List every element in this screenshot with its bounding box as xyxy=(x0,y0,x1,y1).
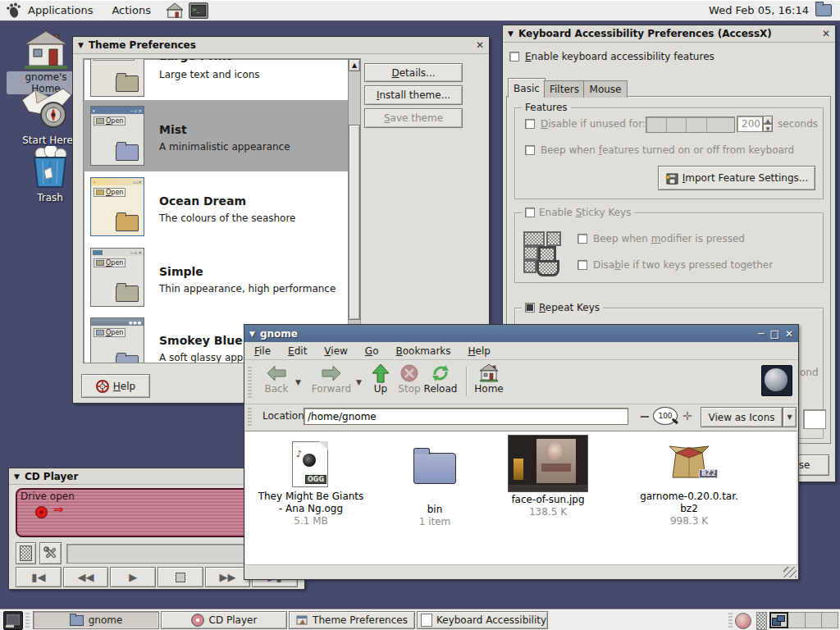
zoom-out-icon[interactable]: − xyxy=(639,409,650,424)
workspace-switcher[interactable] xyxy=(769,612,838,628)
details-button[interactable]: Details... xyxy=(364,63,463,82)
window-title: Theme Preferences xyxy=(89,39,196,51)
sticky-keys-legend: Enable Sticky Keys xyxy=(522,207,634,218)
scroll-up-button[interactable]: ▲ xyxy=(349,59,360,71)
disable-two-keys-checkbox[interactable] xyxy=(578,260,587,270)
location-label: Location: xyxy=(262,410,308,422)
theme-row-ocean-dream[interactable]: ✳▫▫✕ Open Ocean Dream The colours of the… xyxy=(84,171,348,242)
minimize-icon[interactable]: ─ xyxy=(758,328,764,340)
window-shade-icon[interactable]: ▼ xyxy=(14,472,20,481)
task-button-keyboard-accessibility[interactable]: Keyboard Accessibility xyxy=(417,611,548,629)
file-item-bin[interactable]: bin 1 item xyxy=(386,440,484,528)
theme-list-scrollbar[interactable]: ▲ ▼ xyxy=(348,58,361,362)
task-button-gnome[interactable]: gnome xyxy=(33,611,159,629)
play-button[interactable]: ▶ xyxy=(110,567,156,587)
file-view[interactable]: ♪ OGG They Might Be Giants - Ana Ng.ogg … xyxy=(245,431,797,565)
maximize-icon[interactable]: □ xyxy=(770,328,779,340)
view-mode-dropdown[interactable]: ▼ xyxy=(783,407,797,427)
install-theme-button[interactable]: Install theme... xyxy=(364,85,463,105)
theme-row-mist[interactable]: ▾─ ▫ ✕ Open Mist A minimalistic appearan… xyxy=(84,100,348,171)
reload-button[interactable]: Reload xyxy=(420,363,461,401)
resize-grip[interactable] xyxy=(783,567,797,578)
menu-applications[interactable]: Applications xyxy=(28,4,93,16)
close-icon[interactable]: ✕ xyxy=(476,39,484,51)
file-item-ogg[interactable]: ♪ OGG They Might Be Giants - Ana Ng.ogg … xyxy=(258,440,364,527)
menu-bookmarks[interactable]: Bookmarks xyxy=(395,345,450,357)
window-shade-icon[interactable]: ▼ xyxy=(249,330,255,338)
previous-track-button[interactable]: ▮◀ xyxy=(16,567,62,587)
menu-edit[interactable]: Edit xyxy=(288,345,307,357)
stop-icon xyxy=(399,363,419,383)
file-item-jpg[interactable]: face-of-sun.jpg 138.5 K xyxy=(493,431,603,518)
beep-modifier-checkbox[interactable] xyxy=(578,234,587,244)
menu-actions[interactable]: Actions xyxy=(112,4,151,16)
help-button[interactable]: Help xyxy=(81,374,150,398)
back-button[interactable]: Back xyxy=(258,363,295,401)
tab-mouse[interactable]: Mouse xyxy=(583,80,628,98)
menu-file[interactable]: File xyxy=(254,345,271,357)
terminal-launcher-icon[interactable]: >_ xyxy=(189,2,208,19)
up-button[interactable]: Up xyxy=(368,363,394,401)
zoom-level-indicator[interactable]: 100 xyxy=(653,407,678,425)
locationbar-drag-handle[interactable] xyxy=(248,408,252,426)
toolbar-drag-handle[interactable] xyxy=(248,367,252,398)
task-button-theme-preferences[interactable]: Theme Preferences xyxy=(289,611,415,629)
gnome-foot-menu-icon[interactable] xyxy=(6,2,21,19)
import-feature-settings-button[interactable]: Import Feature Settings... xyxy=(658,166,815,190)
workspace-3[interactable] xyxy=(806,612,822,628)
accessx-titlebar[interactable]: ▼ Keyboard Accessibility Preferences (Ac… xyxy=(503,25,835,43)
window-shade-icon[interactable]: ▼ xyxy=(78,41,84,49)
workspace-4[interactable] xyxy=(822,612,838,628)
menu-go[interactable]: Go xyxy=(365,345,379,357)
home-launcher-icon[interactable] xyxy=(166,2,184,19)
save-theme-button[interactable]: Save theme xyxy=(364,108,463,128)
tray-face-icon[interactable] xyxy=(735,613,751,629)
spin-down-icon[interactable]: ▼ xyxy=(763,124,773,132)
unused-duration-spinbox[interactable]: 200 xyxy=(737,116,763,132)
partial-entry[interactable] xyxy=(803,409,826,429)
menu-view[interactable]: View xyxy=(324,345,347,357)
show-desktop-icon[interactable] xyxy=(3,611,23,630)
cd-preferences-button[interactable] xyxy=(39,542,62,564)
panel-clock[interactable]: Wed Feb 05, 16:14 xyxy=(709,4,809,16)
scrollbar-thumb[interactable] xyxy=(349,125,360,320)
view-mode-button[interactable]: View as Icons xyxy=(701,407,783,427)
theme-window-titlebar[interactable]: ▼ Theme Preferences ✕ xyxy=(73,37,489,54)
enable-accessibility-checkbox[interactable]: Enable keyboard accessibility features xyxy=(509,51,714,62)
forward-button[interactable]: Forward xyxy=(308,363,354,401)
repeat-keys-checkbox[interactable] xyxy=(525,303,535,313)
file-item-package[interactable]: BZ2 garnome-0.20.0.tar. bz2 998.3 K xyxy=(640,440,738,527)
checkbox[interactable] xyxy=(509,52,519,62)
tab-basic[interactable]: Basic xyxy=(508,78,546,98)
workspace-2[interactable] xyxy=(788,612,805,628)
disable-if-unused-checkbox[interactable] xyxy=(525,119,535,129)
panel-drawer-folder-icon[interactable] xyxy=(815,4,832,16)
location-input[interactable] xyxy=(304,408,628,425)
menu-help[interactable]: Help xyxy=(468,345,491,357)
unused-duration-slider[interactable] xyxy=(646,116,735,133)
tray-drag-handle[interactable] xyxy=(728,613,733,628)
theme-row-large-print[interactable]: Open Large Print Large text and icons xyxy=(84,59,348,100)
track-list-button[interactable] xyxy=(16,542,36,564)
forward-dropdown-icon[interactable]: ▼ xyxy=(356,378,362,386)
close-icon[interactable]: ✕ xyxy=(785,328,793,340)
features-group: Features Disable if unused for: 200 ▲ ▼ … xyxy=(514,107,824,199)
enable-sticky-keys-checkbox[interactable] xyxy=(525,208,535,217)
spin-up-icon[interactable]: ▲ xyxy=(763,116,773,124)
back-dropdown-icon[interactable]: ▼ xyxy=(295,378,301,386)
task-button-cd-player[interactable]: CD Player xyxy=(161,611,287,629)
stop-button[interactable] xyxy=(158,567,203,587)
beep-features-checkbox[interactable] xyxy=(525,145,535,155)
home-button[interactable]: Home xyxy=(472,363,505,401)
rewind-button[interactable]: ◀◀ xyxy=(63,567,109,587)
file-manager-titlebar[interactable]: ▼ gnome ─ □ ✕ xyxy=(244,325,798,342)
zoom-in-icon[interactable]: ✛ xyxy=(682,409,692,422)
window-shade-icon[interactable]: ▼ xyxy=(508,30,514,38)
theme-list[interactable]: Open Large Print Large text and icons ▾─… xyxy=(83,58,349,363)
close-icon[interactable]: ✕ xyxy=(822,28,830,39)
taskbar-drag-handle[interactable] xyxy=(25,613,30,628)
stop-button[interactable]: Stop xyxy=(395,363,423,401)
workspace-1-active[interactable] xyxy=(769,612,788,628)
theme-row-simple[interactable]: ─ ▫ ✕ Open Simple Thin appearance, high … xyxy=(84,242,348,312)
tab-filters[interactable]: Filters xyxy=(544,80,585,98)
